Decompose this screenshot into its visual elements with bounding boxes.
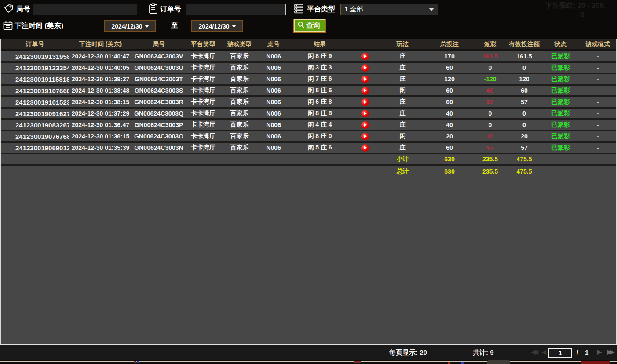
cell-play-video (350, 51, 380, 63)
total-row: 总计630235.5475.5 (1, 166, 616, 177)
play-circle-icon[interactable] (361, 76, 369, 83)
peek-fragment (581, 361, 610, 364)
cell-order-id: 241230019115818 (1, 74, 69, 86)
cell-table-no: N006 (258, 74, 289, 86)
tag-icon (4, 4, 14, 16)
cell-game-mode: - (579, 109, 616, 120)
cell-table-no: N006 (258, 51, 289, 63)
cell-total-bet: 20 (425, 131, 474, 143)
cell-total-bet: 120 (425, 74, 474, 86)
total-row-payout: 235.5 (474, 166, 507, 177)
col-table-no: 桌号 (258, 39, 289, 51)
cell-total-bet: 60 (425, 97, 474, 109)
total-row-label: 总计 (380, 166, 425, 177)
play-circle-icon[interactable] (361, 133, 369, 140)
date-to-value: 2024/12/30 (198, 23, 229, 30)
order-no-input[interactable] (186, 4, 286, 15)
cell-game-mode: - (579, 143, 616, 154)
cell-order-id: 241230019131958 (1, 51, 69, 63)
cell-game-id: GN00624C3003T (132, 74, 186, 86)
cell-play-side: 庄 (380, 63, 425, 74)
cell-payout: 20 (474, 131, 507, 143)
cell-valid-bet: 161.5 (507, 51, 542, 63)
next-page-button[interactable]: ▶ (597, 349, 600, 355)
play-circle-icon[interactable] (361, 87, 369, 95)
date-from-picker[interactable]: 2024/12/30 (104, 20, 156, 32)
cell-status: 已派彩 (542, 143, 579, 154)
cell-table-no: N006 (258, 120, 289, 131)
cell-game-type: 百家乐 (221, 109, 258, 120)
underlying-window-edge (0, 361, 617, 362)
subtotal-row-label: 小计 (380, 154, 425, 166)
cell-result: 闲 5 庄 6 (289, 143, 350, 154)
cell-order-id: 241230019123354 (1, 63, 69, 74)
peek-fragment (354, 361, 361, 363)
total-row-total-bet: 630 (425, 166, 474, 177)
cell-game-id: GN00624C3003S (132, 86, 186, 97)
cell-valid-bet: 120 (507, 74, 542, 86)
cell-platform: 卡卡湾厅 (186, 51, 221, 63)
cell-game-id: GN00624C3003O (132, 131, 186, 143)
play-circle-icon[interactable] (361, 64, 369, 72)
subtotal-row-payout: 235.5 (474, 154, 507, 166)
cell-valid-bet: 0 (507, 63, 542, 74)
cell-play-side: 闲 (380, 86, 425, 97)
play-circle-icon[interactable] (361, 98, 369, 106)
play-circle-icon[interactable] (361, 144, 369, 152)
cell-play-side: 庄 (380, 109, 425, 120)
table-row: 2412300191319582024-12-30 01:40:47GN0062… (1, 51, 616, 63)
date-from-value: 2024/12/30 (111, 23, 142, 30)
cell-empty (579, 154, 616, 166)
cell-valid-bet: 0 (507, 109, 542, 120)
page-number-input[interactable]: 1 (548, 348, 572, 358)
prev-page-button[interactable]: ◀ (542, 349, 544, 355)
cell-play-video (350, 86, 380, 97)
cell-platform: 卡卡湾厅 (186, 120, 221, 131)
table-row: 2412300190916272024-12-30 01:37:29GN0062… (1, 109, 616, 120)
magnifier-icon (297, 21, 305, 30)
cell-result: 闲 6 庄 8 (289, 97, 350, 109)
play-circle-icon[interactable] (361, 53, 369, 60)
cell-payout: 161.5 (474, 51, 507, 63)
cell-total-bet: 60 (425, 86, 474, 97)
query-button[interactable]: 查询 (294, 19, 325, 32)
cell-total-bet: 40 (425, 120, 474, 131)
last-page-button[interactable]: ▶▶ (607, 349, 613, 355)
query-button-label: 查询 (306, 21, 320, 30)
cell-order-id: 241230019101523 (1, 97, 69, 109)
cell-game-mode: - (579, 131, 616, 143)
subtotal-row: 小计630235.5475.5 (1, 154, 616, 166)
cell-payout: 57 (474, 143, 507, 154)
cell-payout: 0 (474, 120, 507, 131)
cell-platform: 卡卡湾厅 (186, 143, 221, 154)
col-result: 结果 (289, 39, 350, 51)
cell-payout: 0 (474, 109, 507, 120)
play-circle-icon[interactable] (361, 110, 369, 117)
cell-valid-bet: 57 (507, 143, 542, 154)
cell-bet-time: 2024-12-30 01:38:48 (69, 86, 132, 97)
cell-bet-time: 2024-12-30 01:39:27 (69, 74, 132, 86)
play-circle-icon[interactable] (361, 121, 369, 129)
records-table: 订单号 下注时间 (美东) 局号 平台类型 游戏类型 桌号 结果 玩法 总投注 … (0, 39, 617, 344)
cell-result: 闲 8 庄 8 (289, 109, 350, 120)
cell-valid-bet: 60 (507, 86, 542, 97)
first-page-button[interactable]: ◀◀ (531, 349, 537, 355)
cell-result: 闲 3 庄 3 (289, 63, 350, 74)
subtotal-row-valid-bet: 475.5 (507, 154, 542, 166)
game-no-input[interactable] (33, 4, 137, 15)
cell-empty (1, 166, 380, 177)
bet-time-label: 下注时间 (美东) (15, 22, 63, 31)
col-bet-time: 下注时间 (美东) (69, 39, 132, 51)
cell-table-no: N006 (258, 109, 289, 120)
platform-type-select[interactable]: 1.全部 (340, 4, 438, 15)
cell-game-id: GN00624C3003U (132, 63, 186, 74)
clipboard-icon (148, 3, 158, 16)
cell-result: 闲 8 庄 9 (289, 51, 350, 63)
peek-fragment (137, 361, 139, 363)
calendar-icon (3, 20, 13, 33)
cell-game-id: GN00624C3003R (132, 97, 186, 109)
date-to-picker[interactable]: 2024/12/30 (191, 20, 243, 32)
cell-play-side: 闲 (380, 131, 425, 143)
peek-fragment (461, 362, 464, 364)
chevron-down-icon (429, 8, 434, 11)
